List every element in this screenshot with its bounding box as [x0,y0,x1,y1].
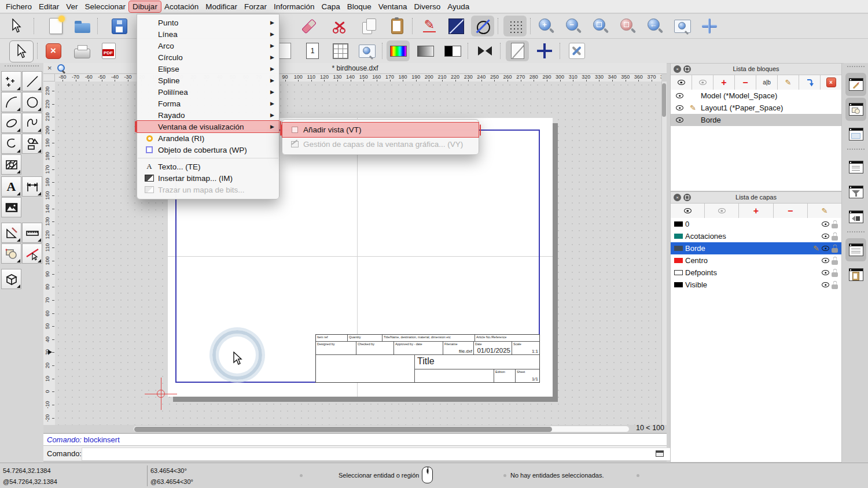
menu-diverso[interactable]: Diverso [410,1,444,12]
open-document-button[interactable] [71,16,94,36]
layer-row-centro[interactable]: Centro [671,254,841,267]
show-all-layers-button[interactable] [671,204,705,218]
dock-command-window-button[interactable] [845,238,866,261]
edit-entity-button[interactable] [444,16,468,36]
menu-información[interactable]: Información [270,1,318,12]
polyline-tool-button[interactable] [1,134,21,154]
layer-visibility-eye-icon[interactable] [822,282,829,287]
submenu-item-gestión-de-capas-de-la-ventana-gráfica-vy[interactable]: Gestión de capas de la ventana gráfica..… [282,137,479,151]
show-all-blocks-button[interactable] [671,75,692,90]
zoom-auto-button[interactable] [589,16,612,36]
remove-layer-button[interactable]: − [774,204,808,218]
copy-button[interactable] [358,16,381,36]
edit-layer-button[interactable]: ✎ [808,204,841,218]
zoom-pan-button[interactable] [698,16,721,36]
zoom-selection-button[interactable] [616,16,639,36]
dock-pen-window-button[interactable] [845,73,866,96]
color-view-button[interactable] [387,40,410,61]
vertical-scrollbar-thumb[interactable] [662,83,666,117]
print-button[interactable] [71,40,94,61]
menu-modificar[interactable]: Modificar [202,1,241,12]
modify-line-tool-button[interactable] [22,243,42,264]
menu-item-rayado[interactable]: Rayado▶ [137,109,279,121]
menu-item-texto-te[interactable]: ATexto... (TE) [137,161,279,172]
menu-item-polilínea[interactable]: Polilínea▶ [137,86,279,98]
zoom-in-button[interactable]: + [535,16,558,36]
block-visibility-slot[interactable] [674,117,685,123]
zoom-page-button[interactable] [355,40,378,61]
dimension-tool-button[interactable] [22,176,42,197]
paste-button[interactable] [385,16,409,36]
zoom-window-button[interactable] [671,16,694,36]
tool-options-button[interactable] [565,40,589,61]
command-input[interactable] [82,448,697,461]
edit-block-button[interactable]: ✎ [778,75,799,90]
menu-ventana[interactable]: Ventana [375,1,411,12]
eye-icon[interactable] [676,93,683,98]
menu-item-arco[interactable]: Arco▶ [137,40,279,51]
menu-item-arandela-ri[interactable]: Arandela (RI) [137,132,279,144]
menu-ayuda[interactable]: Ayuda [444,1,473,12]
menu-capa[interactable]: Capa [318,1,344,12]
image-tool-button[interactable] [1,197,21,217]
close-drawing-button[interactable]: × [42,40,65,61]
submenu-item-añadir-vista-vt[interactable]: Añadir vista (VT) [282,123,479,137]
shapes-tool-button[interactable] [22,134,42,154]
circle-tool-button[interactable] [22,92,42,112]
remove-block-button[interactable]: − [735,75,756,90]
layer-visibility-eye-icon[interactable] [822,234,829,239]
grayscale-view-button[interactable] [414,40,437,61]
add-layer-button[interactable]: + [739,204,773,218]
layer-visibility-eye-icon[interactable] [822,221,829,227]
layer-lock-icon[interactable] [832,224,838,228]
box-3d-tool-button[interactable] [1,269,21,289]
delete-block-button[interactable]: × [821,75,841,90]
menu-item-objeto-de-cobertura-wp[interactable]: Objeto de cobertura (WP) [137,144,279,156]
layer-lock-icon[interactable] [832,272,838,277]
menu-item-ventana-de-visualización[interactable]: Ventana de visualización▶ [137,121,279,132]
select-mode-button[interactable] [9,40,34,62]
dock-grip[interactable] [847,66,865,70]
close-panel-icon[interactable]: × [674,65,681,73]
crosshair-button[interactable] [533,40,556,61]
block-row-borde[interactable]: Borde [671,114,841,126]
menu-acotación[interactable]: Acotación [161,1,202,12]
menu-dibujar[interactable]: Dibujar [129,1,161,12]
layer-lock-icon[interactable] [832,260,838,265]
close-panel-icon[interactable]: × [674,194,681,201]
draw-pencil-button[interactable]: ✎ [418,16,441,36]
layer-row-0[interactable]: 0 [671,218,841,230]
export-pdf-button[interactable]: PDF [97,40,120,61]
layer-lock-icon[interactable] [832,248,838,253]
hatch-tool-button[interactable] [1,154,21,175]
select-cursor-button[interactable] [5,16,28,36]
menu-seleccionar[interactable]: Seleccionar [82,1,130,12]
block-visibility-slot[interactable] [674,105,685,110]
dock-shapes-window-button[interactable] [845,98,866,121]
eye-icon[interactable] [676,117,683,123]
menu-fichero[interactable]: Fichero [2,1,35,12]
blackwhite-view-button[interactable] [441,40,464,61]
vertical-scrollbar[interactable] [661,82,667,425]
menu-ver[interactable]: Ver [62,1,81,12]
layer-lock-icon[interactable] [832,284,838,289]
points-tool-button[interactable] [1,71,21,91]
new-document-button[interactable] [44,16,67,36]
block-row-layout1-paper-space[interactable]: ✎Layout1 (*Paper_Space) [671,102,841,114]
eye-icon[interactable] [676,105,683,110]
rename-block-button[interactable]: a|b [756,75,778,90]
grid-toggle-button[interactable] [503,16,527,36]
menu-item-círculo[interactable]: Círculo▶ [137,51,279,63]
cut-button[interactable] [328,16,351,36]
text-tool-button[interactable]: A [1,176,21,197]
measure-tool-button[interactable] [22,223,42,243]
draft-mode-button[interactable] [506,40,529,61]
layer-row-borde[interactable]: Borde✎ [671,242,841,254]
insert-block-button[interactable] [799,75,821,90]
horizontal-scrollbar-thumb[interactable] [134,427,552,432]
ellipse-tool-button[interactable] [1,113,21,133]
default-entity-button[interactable] [471,16,494,36]
add-block-button[interactable]: + [713,75,735,90]
menu-item-trazar-un-mapa-de-bits[interactable]: Trazar un mapa de bits... [137,184,279,195]
dock-filter-window-button[interactable] [845,180,866,204]
